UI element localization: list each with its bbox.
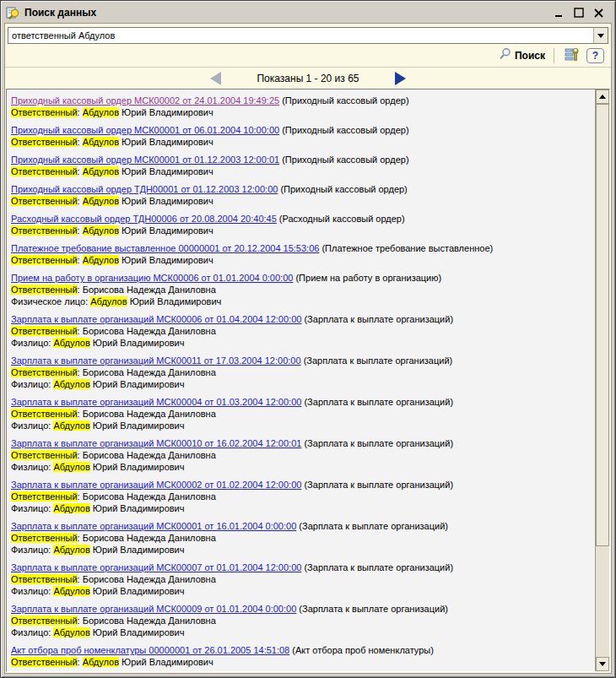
maximize-button[interactable] bbox=[573, 7, 585, 19]
highlight: Абдулов bbox=[83, 166, 119, 176]
highlight: Ответственный bbox=[11, 196, 78, 206]
result-detail-line: Физическое лицо: Абдулов Юрий Владимиров… bbox=[11, 296, 591, 307]
result-detail-line: Ответственный: Борисова Надежда Даниловн… bbox=[11, 615, 591, 626]
question-icon: ? bbox=[592, 50, 598, 62]
search-query-text[interactable]: ответственный Абдулов bbox=[8, 28, 593, 43]
chevron-down-icon bbox=[597, 34, 604, 38]
result-detail-line: Ответственный: Борисова Надежда Даниловн… bbox=[11, 366, 591, 378]
result-item: Платежное требование выставленное 000000… bbox=[11, 242, 591, 266]
highlight: Ответственный bbox=[11, 107, 78, 117]
result-type: (Зарплата к выплате организаций) bbox=[304, 397, 453, 407]
highlight: Ответственный bbox=[11, 450, 78, 460]
result-link[interactable]: Зарплата к выплате организаций МСК00011 … bbox=[11, 355, 301, 366]
result-link[interactable]: Зарплата к выплате организаций МСК00010 … bbox=[11, 438, 301, 448]
highlight: Абдулов bbox=[53, 586, 89, 596]
highlight: Ответственный bbox=[11, 225, 78, 236]
result-detail-line: Ответственный: Борисова Надежда Даниловн… bbox=[11, 449, 591, 461]
highlight: Абдулов bbox=[53, 627, 89, 637]
result-detail-line: Ответственный: Абдулов Юрий Владимирович bbox=[11, 225, 591, 236]
result-link[interactable]: Зарплата к выплате организаций МСК00007 … bbox=[11, 562, 301, 572]
result-detail-line: Физлицо: Абдулов Юрий Владимирович bbox=[11, 378, 591, 390]
result-link[interactable]: Зарплата к выплате организаций МСК00001 … bbox=[11, 521, 296, 531]
result-link[interactable]: Прием на работу в организацию МСК00006 о… bbox=[11, 273, 293, 283]
highlight: Ответственный bbox=[11, 285, 78, 295]
minimize-button[interactable] bbox=[554, 7, 565, 19]
toolbar: Поиск ? bbox=[5, 46, 611, 67]
result-type: (Зарплата к выплате организаций) bbox=[304, 438, 453, 448]
result-link[interactable]: Платежное требование выставленное 000000… bbox=[11, 243, 319, 253]
result-type: (Приходный кассовый ордер) bbox=[282, 155, 408, 165]
result-item: Приходный кассовый ордер МСК00002 от 24.… bbox=[11, 95, 591, 118]
result-link[interactable]: Расходный кассовый ордер ТДН00006 от 20.… bbox=[11, 214, 277, 224]
magnifier-icon bbox=[498, 47, 511, 64]
search-input[interactable]: ответственный Абдулов bbox=[8, 27, 608, 44]
result-item: Приходный кассовый ордер ТДН00001 от 01.… bbox=[11, 183, 591, 207]
result-link[interactable]: Зарплата к выплате организаций МСК00006 … bbox=[11, 314, 301, 324]
result-item: Зарплата к выплате организаций МСК00007 … bbox=[11, 561, 591, 597]
result-link[interactable]: Зарплата к выплате организаций МСК00002 … bbox=[11, 480, 301, 490]
result-item: Зарплата к выплате организаций МСК00002 … bbox=[11, 479, 591, 514]
result-detail-line: Ответственный: Абдулов Юрий Владимирович bbox=[11, 106, 591, 118]
result-type: (Зарплата к выплате организаций) bbox=[304, 314, 453, 324]
search-button[interactable]: Поиск bbox=[498, 47, 545, 64]
scrollbar-thumb[interactable] bbox=[596, 104, 609, 546]
result-link[interactable]: Зарплата к выплате организаций МСК00009 … bbox=[11, 604, 296, 614]
result-link[interactable]: Акт отбора проб номенклатуры 00000001 от… bbox=[11, 645, 289, 655]
result-item: Зарплата к выплате организаций МСК00001 … bbox=[11, 520, 591, 556]
result-detail-line: Физлицо: Абдулов Юрий Владимирович bbox=[11, 626, 591, 638]
highlight: Абдулов bbox=[83, 225, 119, 236]
help-button[interactable]: ? bbox=[586, 48, 604, 63]
result-item: Акт отбора проб номенклатуры 00000001 от… bbox=[11, 644, 591, 668]
prev-page-button[interactable] bbox=[210, 72, 221, 85]
result-type: (Зарплата к выплате организаций) bbox=[304, 480, 453, 490]
result-detail-line: Физлицо: Абдулов Юрий Владимирович bbox=[11, 420, 591, 431]
highlight: Ответственный bbox=[11, 255, 78, 265]
result-item: Зарплата к выплате организаций МСК00011 … bbox=[11, 355, 591, 390]
highlight: Ответственный bbox=[11, 367, 78, 377]
highlight: Абдулов bbox=[53, 462, 89, 472]
highlight: Ответственный bbox=[11, 616, 78, 626]
result-link[interactable]: Зарплата к выплате организаций МСК00004 … bbox=[11, 397, 301, 407]
result-type: (Расходный кассовый ордер) bbox=[279, 214, 405, 224]
result-type: (Зарплата к выплате организаций) bbox=[304, 355, 453, 366]
result-item: Зарплата к выплате организаций МСК00004 … bbox=[11, 396, 591, 431]
result-link[interactable]: Приходный кассовый ордер МСК00002 от 24.… bbox=[11, 95, 279, 106]
highlight: Абдулов bbox=[90, 296, 127, 306]
next-page-button[interactable] bbox=[395, 72, 406, 85]
toolbar-separator bbox=[554, 48, 554, 63]
result-type: (Приходный кассовый ордер) bbox=[282, 95, 408, 106]
result-type: (Зарплата к выплате организаций) bbox=[304, 562, 453, 572]
result-link[interactable]: Приходный кассовый ордер ТДН00001 от 01.… bbox=[11, 184, 278, 194]
highlight: Ответственный bbox=[11, 533, 78, 543]
result-type: (Зарплата к выплате организаций) bbox=[299, 521, 448, 531]
result-item: Зарплата к выплате организаций МСК00009 … bbox=[11, 603, 591, 638]
highlight: Абдулов bbox=[53, 420, 89, 431]
result-detail-line: Ответственный: Абдулов Юрий Владимирович bbox=[11, 165, 591, 177]
highlight: Ответственный bbox=[11, 326, 78, 336]
search-button-label: Поиск bbox=[515, 50, 545, 62]
result-type: (Приходный кассовый ордер) bbox=[282, 125, 408, 135]
result-item: Приходный кассовый ордер МСК00001 от 01.… bbox=[11, 154, 591, 177]
result-link[interactable]: Приходный кассовый ордер МСК00001 от 01.… bbox=[11, 155, 279, 165]
result-detail-line: Ответственный: Абдулов Юрий Владимирович bbox=[11, 254, 591, 266]
close-button[interactable] bbox=[592, 7, 604, 19]
result-link[interactable]: Приходный кассовый ордер МСК00001 от 06.… bbox=[11, 125, 279, 135]
result-detail-line: Ответственный: Абдулов Юрий Владимирович bbox=[11, 195, 591, 207]
highlight: Абдулов bbox=[53, 545, 89, 555]
highlight: Ответственный bbox=[11, 137, 78, 147]
result-item: Расходный кассовый ордер ТДН00006 от 20.… bbox=[11, 213, 591, 236]
result-detail-line: Физлицо: Абдулов Юрий Владимирович bbox=[11, 585, 591, 597]
settings-button[interactable] bbox=[563, 47, 581, 64]
search-results-panel: Приходный кассовый ордер МСК00002 от 24.… bbox=[6, 89, 610, 672]
result-type: (Платежное требование выставленное) bbox=[322, 243, 493, 253]
scroll-down-button[interactable] bbox=[596, 657, 609, 671]
highlight: Абдулов bbox=[83, 196, 119, 206]
highlight: Ответственный bbox=[11, 491, 78, 502]
highlight: Абдулов bbox=[83, 107, 119, 117]
combo-dropdown-button[interactable] bbox=[593, 28, 608, 43]
scroll-up-button[interactable] bbox=[596, 89, 609, 104]
result-detail-line: Ответственный: Борисова Надежда Даниловн… bbox=[11, 284, 591, 296]
vertical-scrollbar[interactable] bbox=[595, 89, 609, 671]
highlight: Абдулов bbox=[83, 137, 119, 147]
highlight: Абдулов bbox=[83, 657, 119, 667]
